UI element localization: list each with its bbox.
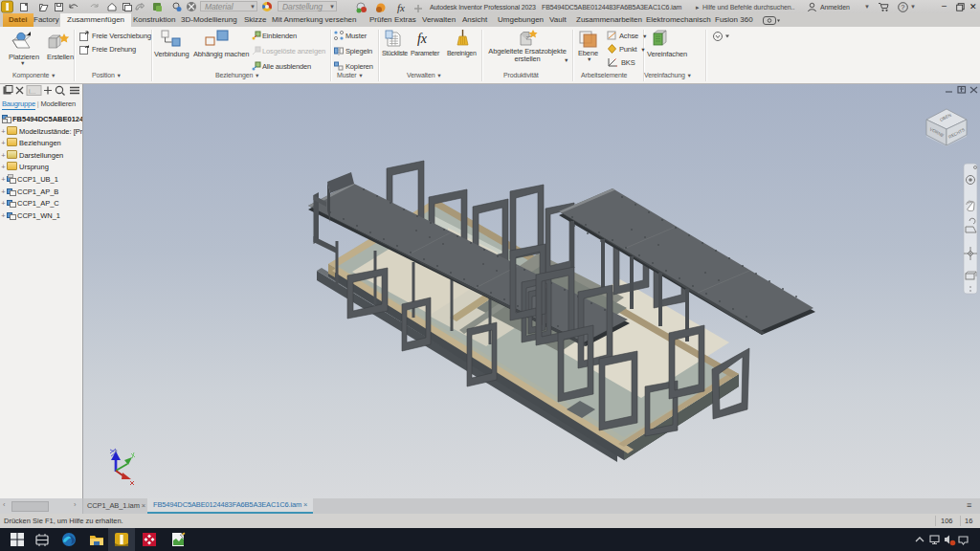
svg-text:?: ? bbox=[901, 3, 904, 11]
svg-text:i...: i... bbox=[29, 88, 35, 95]
svg-text:fx: fx bbox=[397, 2, 405, 13]
